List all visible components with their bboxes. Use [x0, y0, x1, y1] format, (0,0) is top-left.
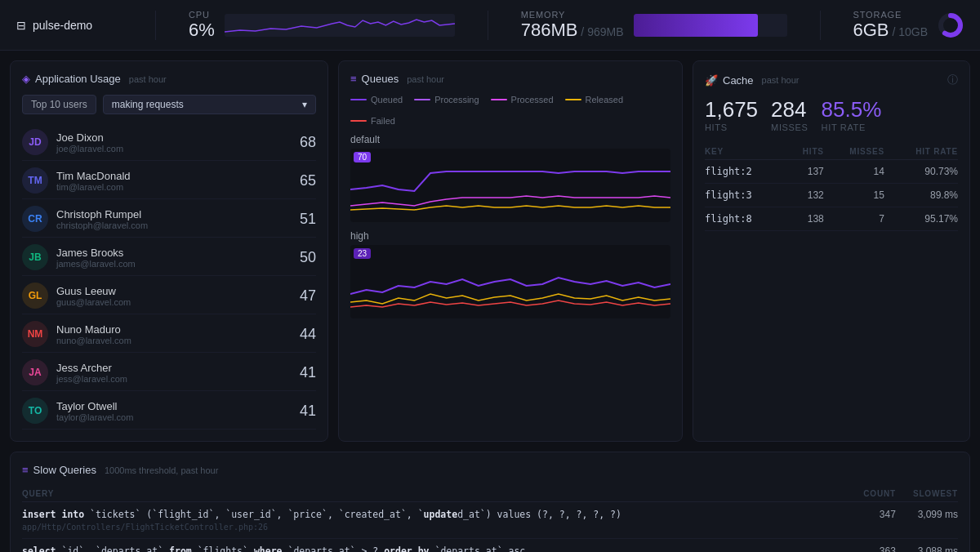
- cache-misses-stat: 284 MISSES: [771, 97, 808, 132]
- top-users-filter[interactable]: Top 10 users: [22, 95, 96, 114]
- topbar: ⊟ pulse-demo CPU 6% MEMORY 786MB / 969MB…: [0, 0, 980, 51]
- user-email: joe@laravel.com: [56, 144, 292, 154]
- user-name: Nuno Maduro: [56, 323, 292, 336]
- row-1: ◈ Application Usage past hour Top 10 use…: [10, 60, 970, 442]
- sq-col-count: COUNT: [851, 486, 896, 502]
- default-queue-chart: 70: [350, 149, 670, 222]
- user-row: NM Nuno Maduro nuno@laravel.com 44: [22, 316, 316, 353]
- user-count: 50: [300, 249, 316, 266]
- query-icon: ≡: [22, 464, 29, 476]
- sq-col-slowest: SLOWEST: [896, 486, 958, 502]
- queues-title: ≡ Queues past hour: [350, 73, 670, 85]
- cache-stats: 1,675 HITS 284 MISSES 85.5% HIT RATE: [705, 97, 958, 132]
- storage-value: 6GB / 10GB: [853, 20, 929, 41]
- user-count: 44: [300, 326, 316, 343]
- server-icon: ⊟: [16, 19, 26, 32]
- cache-title: 🚀 Cache past hour ⓘ: [705, 73, 958, 87]
- user-avatar: JA: [22, 359, 48, 385]
- user-row: GL Guus Leeuw guus@laravel.com 47: [22, 278, 316, 314]
- user-count: 47: [300, 287, 316, 305]
- cache-key: flight:3: [705, 184, 787, 207]
- cache-hits-cell: 132: [787, 184, 824, 207]
- cache-row: flight:8 138 7 95.17%: [705, 207, 958, 231]
- app-usage-panel: ◈ Application Usage past hour Top 10 use…: [10, 60, 328, 442]
- cpu-label: CPU: [189, 10, 215, 20]
- high-queue: high 23: [350, 230, 670, 318]
- user-name: Taylor Otwell: [56, 400, 292, 412]
- user-email: christoph@laravel.com: [56, 220, 292, 230]
- cache-hits-cell: 137: [787, 160, 824, 184]
- default-queue: default 70: [350, 134, 670, 222]
- slow-queries-table: QUERY COUNT SLOWEST insert into `tickets…: [22, 486, 958, 552]
- storage-label: STORAGE: [853, 10, 929, 20]
- queues-panel: ≡ Queues past hour QueuedProcessingProce…: [338, 60, 683, 442]
- slow-queries-title: ≡ Slow Queries 1000ms threshold, past ho…: [22, 464, 958, 476]
- user-avatar: TO: [22, 398, 48, 424]
- user-list: JD Joe Dixon joe@laravel.com 68 TM Tim M…: [22, 124, 316, 430]
- cache-misses-cell: 7: [824, 207, 884, 231]
- user-count: 41: [300, 403, 316, 420]
- request-type-dropdown[interactable]: making requests ▾: [103, 95, 316, 114]
- user-email: nuno@laravel.com: [56, 336, 292, 345]
- user-count: 68: [300, 134, 316, 151]
- user-name: James Brooks: [56, 247, 292, 259]
- cache-rate-cell: 90.73%: [884, 160, 958, 184]
- user-row: JD Joe Dixon joe@laravel.com 68: [22, 124, 316, 161]
- cache-rate-cell: 95.17%: [884, 207, 958, 231]
- user-avatar: GL: [22, 283, 48, 309]
- cache-col-rate: HIT RATE: [884, 144, 958, 160]
- user-info: Guus Leeuw guus@laravel.com: [56, 285, 292, 307]
- user-name: Tim MacDonald: [56, 170, 292, 182]
- user-email: taylor@laravel.com: [56, 412, 292, 422]
- user-info: James Brooks james@laravel.com: [56, 247, 292, 269]
- user-info: Joe Dixon joe@laravel.com: [56, 131, 292, 154]
- sq-query-cell: insert into `tickets` (`flight_id`, `use…: [22, 502, 851, 539]
- cache-col-key: KEY: [705, 144, 787, 160]
- user-info: Jess Archer jess@laravel.com: [56, 362, 292, 384]
- sq-slowest-cell: 3,099 ms: [896, 502, 958, 539]
- divider-3: [820, 11, 821, 40]
- cache-misses-cell: 14: [824, 160, 884, 184]
- divider-2: [488, 11, 488, 40]
- slow-queries-panel: ≡ Slow Queries 1000ms threshold, past ho…: [10, 452, 970, 552]
- sq-count-cell: 347: [851, 502, 896, 539]
- memory-metric: MEMORY 786MB / 969MB: [521, 10, 787, 41]
- user-email: jess@laravel.com: [56, 374, 292, 384]
- user-row: JB James Brooks james@laravel.com 50: [22, 239, 316, 276]
- cache-panel: 🚀 Cache past hour ⓘ 1,675 HITS 284 MISSE…: [693, 60, 970, 442]
- user-row: TM Tim MacDonald tim@laravel.com 65: [22, 162, 316, 199]
- user-name: Christoph Rumpel: [56, 208, 292, 220]
- user-name: Jess Archer: [56, 362, 292, 374]
- queue-icon: ≡: [350, 73, 357, 85]
- user-name: Guus Leeuw: [56, 285, 292, 297]
- brand: ⊟ pulse-demo: [16, 19, 122, 32]
- user-email: guus@laravel.com: [56, 297, 292, 307]
- user-info: Taylor Otwell taylor@laravel.com: [56, 400, 292, 422]
- divider-1: [155, 11, 156, 40]
- cache-rate-cell: 89.8%: [884, 184, 958, 207]
- cpu-metric: CPU 6%: [189, 10, 455, 41]
- high-queue-badge: 23: [354, 248, 371, 259]
- cpu-bar: [225, 14, 455, 37]
- sq-query-cell: select `id`, `departs_at` from `flights`…: [22, 539, 851, 553]
- legend-item: Processing: [414, 95, 479, 105]
- activity-icon: ◈: [22, 73, 30, 85]
- user-avatar: CR: [22, 206, 48, 232]
- user-email: tim@laravel.com: [56, 182, 292, 192]
- high-queue-label: high: [350, 230, 670, 242]
- memory-value: 786MB / 969MB: [521, 20, 624, 41]
- user-count: 51: [300, 211, 316, 228]
- chevron-down-icon: ▾: [302, 99, 307, 110]
- app-usage-title: ◈ Application Usage past hour: [22, 73, 316, 85]
- cache-col-hits: HITS: [787, 144, 824, 160]
- cache-key: flight:2: [705, 160, 787, 184]
- user-row: TO Taylor Otwell taylor@laravel.com 41: [22, 393, 316, 430]
- legend-item: Queued: [350, 95, 403, 105]
- sq-count-cell: 363: [851, 539, 896, 553]
- user-avatar: JD: [22, 129, 48, 155]
- user-info: Nuno Maduro nuno@laravel.com: [56, 323, 292, 345]
- cache-hits-stat: 1,675 HITS: [705, 97, 758, 132]
- user-info: Tim MacDonald tim@laravel.com: [56, 170, 292, 192]
- user-count: 65: [300, 172, 316, 189]
- cache-hits-cell: 138: [787, 207, 824, 231]
